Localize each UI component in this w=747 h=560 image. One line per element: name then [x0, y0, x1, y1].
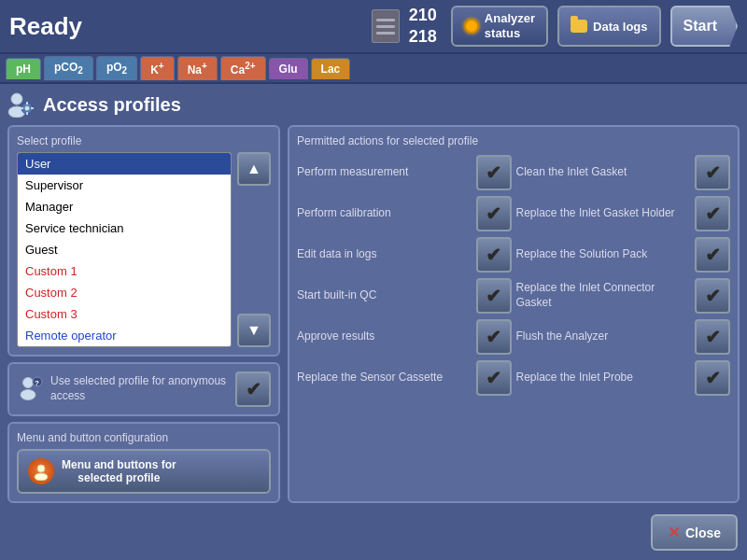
menu-config-button[interactable]: Menu and buttons forselected profile: [17, 449, 271, 494]
action-replace-inlet-gasket-holder: Replace the Inlet Gasket Holder: [516, 206, 690, 221]
action-row: Replace the Solution Pack ✔: [516, 237, 731, 273]
data-logs-label: Data logs: [593, 20, 648, 34]
device-numbers: 210 218: [409, 5, 437, 49]
action-check-approve-results[interactable]: ✔: [476, 319, 512, 355]
footer: ✕ Close: [651, 514, 738, 551]
action-replace-inlet-connector-gasket: Replace the Inlet Connector Gasket: [516, 281, 690, 310]
profile-list: UserSupervisorManagerService technicianG…: [17, 152, 232, 347]
action-approve-results: Approve results: [297, 329, 471, 344]
tab-po2[interactable]: pO2: [96, 56, 137, 79]
folder-icon: [571, 20, 587, 33]
svg-point-8: [23, 377, 34, 387]
analyzer-status-button[interactable]: Analyzerstatus: [451, 6, 548, 47]
action-check-replace-inlet-gasket-holder[interactable]: ✔: [695, 196, 730, 231]
access-profiles-icon: [7, 91, 35, 118]
action-clean-inlet-gasket: Clean the Inlet Gasket: [516, 165, 690, 180]
action-row: Flush the Analyzer ✔: [516, 319, 731, 355]
svg-point-3: [25, 106, 30, 111]
close-label: Close: [685, 525, 721, 540]
permitted-actions-label: Permitted actions for selected profile: [297, 134, 730, 147]
checkmark-icon: ✔: [246, 378, 261, 400]
action-row: Start built-in QC ✔: [297, 278, 512, 314]
profile-item[interactable]: Custom 1: [18, 260, 231, 282]
page-title: Access profiles: [43, 94, 181, 116]
svg-point-12: [37, 465, 45, 472]
action-row: Perform calibration ✔: [297, 196, 512, 231]
menu-config-btn-label: Menu and buttons forselected profile: [62, 458, 176, 484]
tab-k[interactable]: K+: [140, 56, 175, 80]
profile-item[interactable]: Custom 3: [18, 303, 231, 325]
page-header: Access profiles: [7, 91, 740, 118]
action-check-perform-calibration[interactable]: ✔: [476, 196, 512, 231]
action-perform-measurement: Perform measurement: [297, 165, 471, 180]
menu-config-icon: [28, 458, 54, 484]
tab-ca[interactable]: Ca2+: [220, 56, 266, 80]
scroll-down-button[interactable]: ▼: [237, 314, 271, 347]
close-button[interactable]: ✕ Close: [651, 514, 738, 551]
anon-access-check-button[interactable]: ✔: [235, 371, 271, 407]
action-check-replace-inlet-connector-gasket[interactable]: ✔: [695, 278, 730, 314]
action-row: Edit data in logs ✔: [297, 237, 512, 273]
tab-pco2[interactable]: pCO2: [44, 56, 93, 79]
start-label: Start: [684, 18, 717, 35]
profile-item[interactable]: User: [18, 153, 231, 175]
tab-na[interactable]: Na+: [177, 56, 218, 80]
scroll-up-button[interactable]: ▲: [237, 152, 271, 186]
tab-glu[interactable]: Glu: [269, 58, 308, 79]
start-button[interactable]: Start: [670, 6, 738, 47]
traffic-light-icon: [464, 19, 479, 34]
action-row: Replace the Inlet Gasket Holder ✔: [516, 196, 731, 231]
menu-config-box: Menu and button configuration Menu and b…: [7, 422, 280, 503]
action-check-replace-inlet-probe[interactable]: ✔: [695, 360, 730, 396]
svg-text:?: ?: [35, 379, 39, 387]
profile-item[interactable]: Remote operator: [18, 325, 231, 346]
select-profile-box: Select profile UserSupervisorManagerServ…: [7, 125, 280, 357]
anonymous-user-icon: ?: [17, 374, 43, 405]
close-icon: ✕: [668, 524, 680, 541]
action-row: Clean the Inlet Gasket ✔: [516, 155, 731, 190]
main-content: Access profiles Select profile UserSuper…: [0, 84, 747, 511]
svg-rect-4: [26, 102, 28, 105]
action-replace-solution-pack: Replace the Solution Pack: [516, 247, 690, 262]
svg-point-9: [21, 389, 35, 399]
profile-item[interactable]: Guest: [18, 239, 231, 260]
right-panel: Permitted actions for selected profile P…: [288, 125, 740, 503]
action-row: Replace the Inlet Probe ✔: [516, 360, 731, 396]
device-icon: [372, 9, 400, 43]
profile-item[interactable]: Service technician: [18, 217, 231, 239]
actions-grid: Perform measurement ✔ Perform calibratio…: [297, 155, 730, 396]
action-perform-calibration: Perform calibration: [297, 206, 471, 221]
action-row: Approve results ✔: [297, 319, 512, 355]
svg-point-13: [35, 473, 48, 481]
analyzer-status-label: Analyzerstatus: [485, 11, 535, 40]
action-row: Perform measurement ✔: [297, 155, 512, 190]
profile-item[interactable]: Custom 2: [18, 282, 231, 303]
action-edit-data-logs: Edit data in logs: [297, 247, 471, 262]
action-row: Replace the Inlet Connector Gasket ✔: [516, 278, 731, 314]
menu-config-label: Menu and button configuration: [17, 431, 271, 444]
anonymous-access-box: ? Use selected profile for anonymous acc…: [7, 362, 280, 416]
action-check-replace-solution-pack[interactable]: ✔: [695, 237, 730, 273]
svg-rect-7: [31, 107, 34, 109]
tab-lac[interactable]: Lac: [311, 58, 351, 79]
actions-left-col: Perform measurement ✔ Perform calibratio…: [297, 155, 512, 396]
profile-item[interactable]: Supervisor: [18, 175, 231, 196]
profile-list-box: UserSupervisorManagerService technicianG…: [17, 152, 271, 347]
action-flush-analyzer: Flush the Analyzer: [516, 329, 690, 344]
select-profile-label: Select profile: [17, 134, 271, 147]
data-logs-button[interactable]: Data logs: [557, 6, 661, 47]
action-check-clean-inlet-gasket[interactable]: ✔: [695, 155, 730, 190]
left-panel: Select profile UserSupervisorManagerServ…: [7, 125, 280, 503]
app-title: Ready: [9, 12, 362, 41]
action-check-replace-sensor-cassette[interactable]: ✔: [476, 360, 512, 396]
action-replace-inlet-probe: Replace the Inlet Probe: [516, 371, 690, 385]
action-check-start-builtin-qc[interactable]: ✔: [476, 278, 512, 314]
tab-ph[interactable]: pH: [6, 58, 41, 79]
action-check-edit-data-logs[interactable]: ✔: [476, 237, 512, 273]
list-controls: ▲ ▼: [237, 152, 271, 347]
profile-item[interactable]: Manager: [18, 196, 231, 217]
action-check-perform-measurement[interactable]: ✔: [476, 155, 512, 190]
action-row: Replace the Sensor Cassette ✔: [297, 360, 512, 396]
action-check-flush-analyzer[interactable]: ✔: [695, 319, 730, 355]
svg-rect-5: [26, 112, 28, 115]
